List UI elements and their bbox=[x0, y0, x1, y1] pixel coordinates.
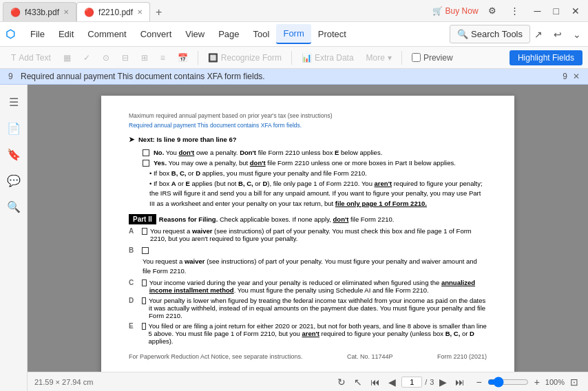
menu-icon[interactable]: ⋮ bbox=[506, 4, 523, 17]
arrow-icon: ➤ bbox=[129, 136, 134, 143]
zoom-out-button[interactable]: − bbox=[473, 375, 484, 389]
tab-close-f433b[interactable]: ✕ bbox=[63, 8, 69, 16]
part2-title-bold: Reasons for Filing. bbox=[159, 215, 218, 223]
page1-footer: For Paperwork Reduction Act Notice, see … bbox=[129, 353, 487, 360]
sidebar-item-search[interactable]: 🔍 bbox=[2, 195, 25, 218]
search-tools-button[interactable]: 🔍 Search Tools bbox=[450, 25, 530, 43]
page1-line-max: Maximum required annual payment based on… bbox=[129, 112, 487, 119]
notification-text: 9 Required annual payment This document … bbox=[8, 72, 265, 81]
highlight-fields-button[interactable]: Highlight Fields bbox=[510, 50, 582, 65]
checkbox-e bbox=[142, 323, 146, 330]
tab-label: f433b.pdf bbox=[25, 8, 59, 17]
box-bcd-text: • If box B, C, or D applies, you must fi… bbox=[149, 169, 487, 177]
sidebar-item-comments[interactable]: 💬 bbox=[2, 169, 25, 192]
preview-checkbox[interactable] bbox=[412, 53, 421, 62]
back-icon[interactable]: ↩ bbox=[549, 26, 566, 43]
next-page-button[interactable]: ▶ bbox=[437, 375, 450, 389]
part2-row-a: A You request a waiver (see instructions… bbox=[129, 227, 487, 242]
menu-edit[interactable]: Edit bbox=[52, 25, 81, 43]
toolbar-date-btn[interactable]: 📅 bbox=[172, 51, 193, 65]
form-label: Form 2210 (2021) bbox=[437, 353, 487, 360]
refresh-button[interactable]: ↻ bbox=[335, 375, 348, 389]
minimize-button[interactable]: ─ bbox=[529, 4, 547, 18]
toolbar-list-btn[interactable]: ⊞ bbox=[136, 51, 154, 65]
answer-no-text: No. You don't owe a penalty. Don't file … bbox=[154, 149, 382, 156]
sidebar-item-panels[interactable]: ☰ bbox=[2, 90, 25, 114]
toolbar-sep-1 bbox=[198, 51, 198, 65]
checkbox-no bbox=[143, 149, 149, 156]
checkbox-b bbox=[142, 247, 149, 254]
toolbar-select-btn[interactable]: ▦ bbox=[58, 51, 76, 65]
settings-icon[interactable]: ⚙ bbox=[484, 4, 501, 17]
toolbar-radio-btn[interactable]: ⊙ bbox=[97, 51, 115, 65]
fit-page-button[interactable]: ⊡ bbox=[567, 375, 581, 389]
sidebar-item-bookmarks[interactable]: 🔖 bbox=[2, 142, 25, 166]
toolbar-check-btn[interactable]: ✓ bbox=[78, 51, 96, 65]
dropdown-icon[interactable]: ⌄ bbox=[569, 26, 585, 43]
menu-protect[interactable]: Protect bbox=[311, 25, 353, 43]
zoom-in-button[interactable]: + bbox=[532, 375, 543, 389]
prev-page-button[interactable]: ◀ bbox=[386, 375, 399, 389]
menu-file[interactable]: File bbox=[23, 25, 52, 43]
e-d: D bbox=[470, 330, 474, 337]
no-dont: don't bbox=[178, 149, 194, 156]
title-bar-right: 🛒 Buy Now ⚙ ⋮ ─ □ ✕ bbox=[432, 4, 585, 18]
part2-e-text: You filed or are filing a joint return f… bbox=[149, 322, 487, 345]
form-toolbar: T Add Text ▦ ✓ ⊙ ⊟ ⊞ ≡ 📅 🔲 Recognize For… bbox=[0, 47, 588, 69]
buy-now-label: Buy Now bbox=[445, 6, 479, 16]
part2-e-label: E bbox=[129, 322, 134, 330]
menu-view[interactable]: View bbox=[178, 25, 211, 43]
more-button[interactable]: More ▾ bbox=[361, 51, 397, 65]
content-area: Maximum required annual payment based on… bbox=[28, 85, 588, 391]
notification-close-button[interactable]: ✕ bbox=[573, 72, 580, 81]
menu-convert[interactable]: Convert bbox=[134, 25, 179, 43]
toolbar-combo-btn[interactable]: ⊟ bbox=[116, 51, 134, 65]
page-input[interactable] bbox=[401, 377, 422, 388]
menu-page[interactable]: Page bbox=[211, 25, 246, 43]
part2-a-label: A bbox=[129, 227, 134, 235]
ae-bold: A bbox=[171, 180, 176, 187]
date-icon: 📅 bbox=[178, 53, 188, 63]
buy-now-button[interactable]: 🛒 Buy Now bbox=[432, 6, 479, 16]
zoom-slider[interactable] bbox=[487, 377, 529, 388]
tab-f2210[interactable]: 🔴 f2210.pdf ✕ bbox=[76, 2, 150, 21]
close-button[interactable]: ✕ bbox=[566, 4, 585, 18]
page-separator: / bbox=[425, 378, 427, 386]
first-page-button[interactable]: ⏮ bbox=[368, 375, 383, 389]
main-area: ☰ 📄 🔖 💬 🔍 Maximum required annual paymen… bbox=[0, 85, 588, 391]
last-page-button[interactable]: ⏭ bbox=[452, 375, 468, 389]
search-icon: 🔍 bbox=[457, 29, 468, 39]
menu-form[interactable]: Form bbox=[276, 24, 311, 44]
pdf-viewer[interactable]: Maximum required annual payment based on… bbox=[28, 85, 588, 372]
sign-icon: ≡ bbox=[160, 53, 165, 63]
extra-data-button[interactable]: 📊 Extra Data bbox=[296, 51, 359, 65]
paperwork-notice: For Paperwork Reduction Act Notice, see … bbox=[129, 353, 303, 360]
recognize-form-button[interactable]: 🔲 Recognize Form bbox=[202, 51, 287, 65]
checkbox-yes bbox=[143, 160, 149, 167]
more-label: More bbox=[366, 53, 385, 63]
app-logo: ⬡ bbox=[3, 24, 18, 44]
checkbox-a bbox=[142, 228, 147, 235]
maximize-button[interactable]: □ bbox=[548, 4, 565, 18]
add-text-button[interactable]: T Add Text bbox=[6, 51, 56, 65]
add-text-label: Add Text bbox=[19, 53, 50, 63]
menu-tool[interactable]: Tool bbox=[246, 25, 277, 43]
external-link-icon[interactable]: ↗ bbox=[530, 26, 547, 43]
new-tab-button[interactable]: + bbox=[150, 3, 167, 21]
notif-num-right: 9 bbox=[563, 72, 567, 81]
toolbar-sign-btn[interactable]: ≡ bbox=[155, 51, 171, 65]
bottom-bar: 21.59 × 27.94 cm ↻ ↖ ⏮ ◀ / 3 ▶ ⏭ − + 100… bbox=[28, 372, 588, 391]
part2-d-text: Your penalty is lower when figured by tr… bbox=[149, 297, 487, 319]
ae-bold2: E bbox=[185, 180, 189, 187]
menu-comment[interactable]: Comment bbox=[81, 25, 133, 43]
preview-checkbox-label[interactable]: Preview bbox=[406, 51, 459, 65]
sidebar-item-pages[interactable]: 📄 bbox=[2, 116, 25, 140]
menu-bar: ⬡ File Edit Comment Convert View Page To… bbox=[0, 22, 588, 47]
tab-f433b[interactable]: 🔴 f433b.pdf ✕ bbox=[3, 2, 76, 21]
window-controls: ─ □ ✕ bbox=[529, 4, 585, 18]
cursor-button[interactable]: ↖ bbox=[351, 375, 365, 389]
recognize-label: Recognize Form bbox=[221, 53, 282, 63]
tab-close-f2210[interactable]: ✕ bbox=[137, 8, 143, 16]
yes-dont: don't bbox=[250, 159, 266, 167]
checkbox-d bbox=[142, 297, 146, 304]
